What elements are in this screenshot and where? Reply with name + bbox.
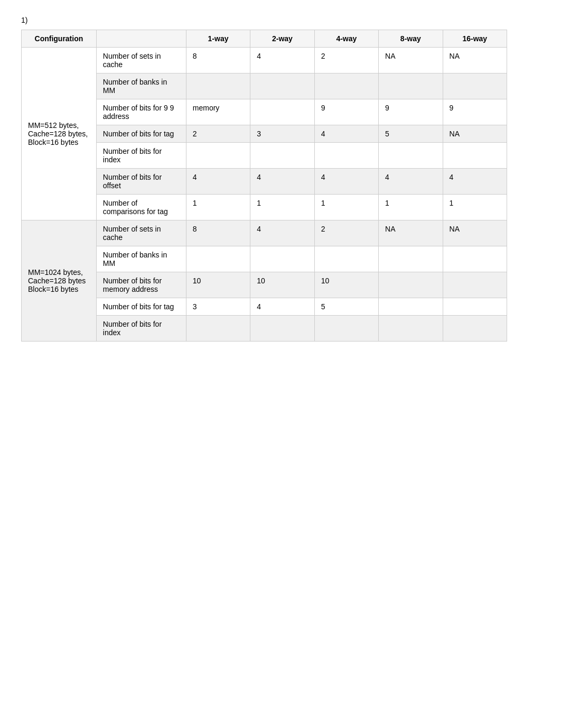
row-value: 1 <box>186 195 250 220</box>
row-value: 1 <box>314 195 378 220</box>
row-value: 8 <box>186 48 250 73</box>
row-value <box>443 73 507 99</box>
table-row: MM=512 bytes, Cache=128 bytes, Block=16 … <box>22 48 507 73</box>
row-value: NA <box>443 220 507 246</box>
row-value: 1 <box>250 195 314 220</box>
row-label: Number of bits for 9 9 address <box>96 99 186 125</box>
row-value: 4 <box>250 169 314 195</box>
row-value <box>250 99 314 125</box>
row-value: 4 <box>186 169 250 195</box>
row-value <box>250 246 314 272</box>
row-value: 4 <box>443 169 507 195</box>
row-value <box>379 246 443 272</box>
row-value <box>379 272 443 298</box>
row-value <box>443 246 507 272</box>
header-1way: 1-way <box>186 30 250 48</box>
row-label: Number of bits for index <box>96 143 186 169</box>
row-value <box>186 73 250 99</box>
row-value: 8 <box>186 220 250 246</box>
row-value <box>186 143 250 169</box>
row-value <box>314 246 378 272</box>
row-value: 10 <box>250 272 314 298</box>
row-value <box>250 73 314 99</box>
row-value: NA <box>379 48 443 73</box>
row-value <box>443 272 507 298</box>
row-value <box>250 316 314 342</box>
row-value: 4 <box>250 220 314 246</box>
config-cell-section1: MM=512 bytes, Cache=128 bytes, Block=16 … <box>22 48 97 220</box>
row-value <box>379 298 443 316</box>
row-value: 4 <box>379 169 443 195</box>
row-value: NA <box>443 125 507 143</box>
page-number: 1) <box>21 16 540 24</box>
row-value: memory <box>186 99 250 125</box>
row-value <box>250 143 314 169</box>
row-label: Number of bits for tag <box>96 125 186 143</box>
row-value: 2 <box>186 125 250 143</box>
row-value: 10 <box>314 272 378 298</box>
row-label: Number of banks in MM <box>96 246 186 272</box>
row-value <box>186 246 250 272</box>
row-value: 3 <box>250 125 314 143</box>
row-value: 10 <box>186 272 250 298</box>
row-value: 4 <box>314 125 378 143</box>
row-value: 5 <box>379 125 443 143</box>
row-label: Number of bits for index <box>96 316 186 342</box>
row-value: 4 <box>250 48 314 73</box>
row-value: 5 <box>314 298 378 316</box>
row-value: 1 <box>379 195 443 220</box>
row-label: Number of bits for tag <box>96 298 186 316</box>
header-4way: 4-way <box>314 30 378 48</box>
row-value <box>443 316 507 342</box>
row-value <box>443 143 507 169</box>
row-label: Number of bits for memory address <box>96 272 186 298</box>
row-label: Number of bits for offset <box>96 169 186 195</box>
row-label: Number of comparisons for tag <box>96 195 186 220</box>
row-value: 4 <box>314 169 378 195</box>
row-value: 9 <box>379 99 443 125</box>
row-value <box>314 316 378 342</box>
row-value <box>379 143 443 169</box>
row-value: 2 <box>314 48 378 73</box>
row-value <box>314 73 378 99</box>
row-value <box>443 298 507 316</box>
header-8way: 8-way <box>379 30 443 48</box>
header-empty <box>96 30 186 48</box>
config-cell-section2: MM=1024 bytes, Cache=128 bytes Block=16 … <box>22 220 97 342</box>
row-value: NA <box>379 220 443 246</box>
row-label: Number of banks in MM <box>96 73 186 99</box>
row-value <box>379 73 443 99</box>
row-value: 4 <box>250 298 314 316</box>
row-value: 2 <box>314 220 378 246</box>
main-table: Configuration 1-way 2-way 4-way 8-way 16… <box>21 30 507 342</box>
row-value <box>379 316 443 342</box>
table-row: MM=1024 bytes, Cache=128 bytes Block=16 … <box>22 220 507 246</box>
header-16way: 16-way <box>443 30 507 48</box>
header-config: Configuration <box>22 30 97 48</box>
header-2way: 2-way <box>250 30 314 48</box>
row-value: 9 <box>443 99 507 125</box>
row-value: NA <box>443 48 507 73</box>
row-label: Number of sets in cache <box>96 220 186 246</box>
row-value <box>186 316 250 342</box>
row-label: Number of sets in cache <box>96 48 186 73</box>
row-value <box>314 143 378 169</box>
row-value: 9 <box>314 99 378 125</box>
row-value: 3 <box>186 298 250 316</box>
row-value: 1 <box>443 195 507 220</box>
